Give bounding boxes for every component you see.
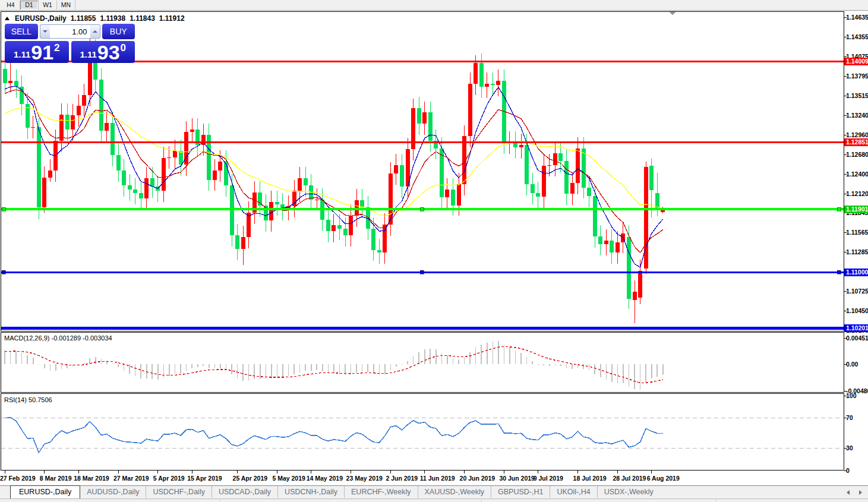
price-axis-label: 1.10450 bbox=[846, 307, 868, 314]
chart-tab-audusd[interactable]: AUDUSD-,Daily bbox=[80, 486, 146, 498]
date-axis-label: 15 Apr 2019 bbox=[187, 475, 222, 482]
ohlc-header: EURUSD-,Daily 1.11855 1.11938 1.11843 1.… bbox=[5, 14, 185, 23]
tab-scroll-left-icon[interactable] bbox=[847, 490, 850, 495]
date-axis-label: 2 Jun 2019 bbox=[386, 475, 418, 482]
macd-label: MACD(12,26,9) -0.001289 -0.003034 bbox=[4, 334, 112, 342]
buy-price-prefix: 1.11 bbox=[80, 49, 96, 59]
line-handle[interactable] bbox=[2, 207, 5, 211]
macd-axis-label: 0.00 bbox=[846, 361, 858, 368]
buy-button[interactable]: BUY bbox=[102, 24, 135, 39]
date-axis-label: 8 Mar 2019 bbox=[40, 475, 72, 482]
timeframe-button-h4[interactable]: H4 bbox=[2, 1, 20, 10]
price-level-badge: 1.14009 bbox=[844, 58, 868, 65]
price-level-badge: 1.12851 bbox=[844, 138, 868, 146]
volume-increase-button[interactable] bbox=[90, 24, 100, 39]
buy-price-big: 93 bbox=[97, 43, 120, 62]
status-divider bbox=[220, 500, 221, 502]
chart-tab-usdcnh[interactable]: USDCNH-,Daily bbox=[277, 486, 344, 498]
status-bar bbox=[0, 498, 868, 502]
timeframe-toolbar: H4D1W1MN bbox=[0, 0, 868, 11]
date-axis-label: 27 Mar 2019 bbox=[113, 475, 149, 482]
sell-price-prefix: 1.11 bbox=[14, 49, 30, 59]
line-handle[interactable] bbox=[2, 270, 5, 274]
volume-decrease-button[interactable] bbox=[40, 24, 50, 39]
chart-tab-gbpusd[interactable]: GBPUSD-,H1 bbox=[491, 486, 550, 498]
high-value: 1.11938 bbox=[100, 14, 125, 23]
price-axis-label: 1.11285 bbox=[846, 248, 868, 255]
macd-axis-label: 0.004517 bbox=[846, 334, 868, 342]
timeframe-button-mn[interactable]: MN bbox=[57, 1, 75, 10]
status-divider bbox=[481, 500, 482, 502]
chart-tab-eurusd[interactable]: EURUSD-,Daily bbox=[10, 485, 80, 498]
price-level-badge: 1.11000 bbox=[844, 269, 868, 276]
triangle-up-icon bbox=[93, 30, 97, 33]
price-axis-label: 1.11565 bbox=[846, 229, 868, 236]
sell-price-display[interactable]: 1.11 91 2 bbox=[5, 41, 69, 63]
low-value: 1.11843 bbox=[130, 14, 155, 23]
rsi-label: RSI(14) 50.7506 bbox=[4, 396, 52, 403]
rsi-pane[interactable] bbox=[1, 394, 844, 471]
tab-scroll-right-icon[interactable] bbox=[859, 490, 862, 495]
timeframe-button-w1[interactable]: W1 bbox=[39, 1, 57, 10]
date-axis-label: 23 May 2019 bbox=[346, 475, 383, 482]
date-axis-label: 18 Mar 2019 bbox=[74, 475, 109, 482]
line-handle[interactable] bbox=[837, 207, 841, 211]
rsi-axis-label: 30 bbox=[846, 444, 853, 452]
rsi-axis-label: 0 bbox=[846, 467, 850, 474]
date-axis-label: 5 May 2019 bbox=[272, 475, 305, 482]
rsi-axis-label: 70 bbox=[846, 414, 853, 421]
date-axis-label: 27 Feb 2019 bbox=[0, 475, 36, 482]
volume-input[interactable] bbox=[50, 24, 90, 39]
price-axis-label: 1.12960 bbox=[846, 131, 868, 138]
sell-price-pip: 2 bbox=[54, 42, 59, 54]
date-axis-label: 18 Jul 2019 bbox=[573, 475, 607, 482]
price-axis-label: 1.10725 bbox=[846, 288, 868, 295]
sell-price-big: 91 bbox=[31, 43, 53, 62]
mt4-terminal: { "toolbar": {"timeframes": ["H4","D1","… bbox=[0, 0, 868, 502]
price-axis-label: 1.14635 bbox=[846, 14, 868, 21]
sell-button[interactable]: SELL bbox=[5, 24, 38, 39]
date-axis-label: 25 Apr 2019 bbox=[233, 475, 268, 482]
tab-scroll-buttons bbox=[847, 490, 862, 495]
rsi-axis-label: 100 bbox=[846, 392, 857, 399]
buy-price-pip: 0 bbox=[121, 42, 126, 54]
line-handle[interactable] bbox=[420, 207, 424, 211]
status-divider bbox=[716, 500, 717, 502]
macd-pane[interactable] bbox=[1, 333, 844, 393]
price-axis-label: 1.12400 bbox=[846, 171, 868, 178]
price-axis-label: 1.13795 bbox=[846, 72, 868, 80]
chart-tab-usdcad[interactable]: USDCAD-,Daily bbox=[212, 486, 277, 498]
symbol-tab-bar: EURUSD-,DailyAUDUSD-,DailyUSDCHF-,DailyU… bbox=[0, 485, 868, 498]
date-axis-label: 5 Apr 2019 bbox=[153, 475, 185, 482]
one-click-trading-panel: SELL BUY 1.11 91 2 1.11 93 0 bbox=[5, 24, 135, 63]
chart-tab-xauusd[interactable]: XAUUSD-,Weekly bbox=[418, 486, 491, 498]
line-handle[interactable] bbox=[420, 270, 424, 274]
chart-tab-ukoil[interactable]: UKOil-,H4 bbox=[550, 486, 596, 498]
line-handle[interactable] bbox=[837, 270, 841, 274]
collapse-arrow-icon[interactable] bbox=[5, 17, 10, 20]
triangle-down-icon bbox=[43, 30, 48, 33]
date-axis-label: 6 Aug 2019 bbox=[647, 475, 680, 482]
buy-price-display[interactable]: 1.11 93 0 bbox=[71, 41, 135, 63]
symbol-period-label: EURUSD-,Daily bbox=[15, 14, 67, 23]
chart-tab-usdx[interactable]: USDX-,Weekly bbox=[597, 486, 660, 498]
date-axis-label: 9 Jul 2019 bbox=[534, 475, 563, 482]
chart-tab-usdchf[interactable]: USDCHF-,Daily bbox=[146, 486, 212, 498]
date-axis-label: 14 May 2019 bbox=[307, 475, 343, 482]
date-axis-label: 28 Jul 2019 bbox=[613, 475, 646, 482]
volume-stepper bbox=[40, 24, 100, 39]
close-value: 1.11912 bbox=[159, 14, 185, 23]
price-axis-label: 1.14355 bbox=[846, 33, 868, 40]
price-axis-label: 1.12120 bbox=[846, 190, 868, 197]
open-value: 1.11855 bbox=[71, 14, 96, 23]
price-axis-label: 1.12680 bbox=[846, 151, 868, 158]
price-level-badge: 1.11901 bbox=[844, 206, 868, 213]
date-axis-label: 30 Jun 2019 bbox=[499, 475, 535, 482]
chart-tab-eurchf[interactable]: EURCHF-,Weekly bbox=[344, 486, 417, 498]
date-axis-label: 11 Jun 2019 bbox=[420, 475, 455, 482]
timeframe-button-d1[interactable]: D1 bbox=[20, 1, 39, 10]
date-axis-label: 20 Jun 2019 bbox=[460, 475, 495, 482]
chart-canvas[interactable] bbox=[0, 0, 868, 502]
price-axis-label: 1.13515 bbox=[846, 92, 868, 99]
price-axis-label: 1.13240 bbox=[846, 112, 868, 119]
